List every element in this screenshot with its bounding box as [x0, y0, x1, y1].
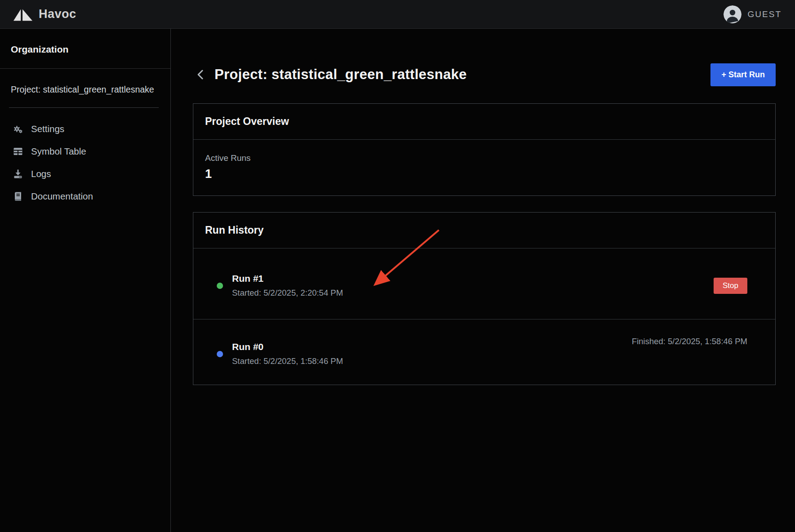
run-name: Run #1: [232, 273, 343, 284]
run-summary: Run #1 Started: 5/2/2025, 2:20:54 PM: [217, 273, 343, 298]
back-button[interactable]: [193, 68, 208, 81]
run-status-dot: [217, 351, 223, 357]
active-runs-value: 1: [205, 167, 764, 181]
main-content: Project: statistical_green_rattlesnake +…: [171, 29, 795, 532]
start-run-button[interactable]: + Start Run: [710, 63, 776, 86]
table-icon: [13, 146, 23, 157]
overview-heading: Project Overview: [205, 115, 764, 128]
brand-name: Havoc: [39, 7, 76, 21]
history-card-header: Run History: [193, 213, 775, 248]
sidebar-org-block[interactable]: Organization: [0, 29, 170, 69]
brand: Havoc: [13, 7, 76, 21]
user-name: GUEST: [748, 9, 782, 19]
sidebar-item-label: Settings: [31, 124, 64, 134]
run-history-card: Run History Run #1 Started: 5/2/2025, 2:…: [193, 212, 776, 385]
havoc-logo-icon: [13, 8, 32, 21]
run-started: Started: 5/2/2025, 2:20:54 PM: [232, 288, 343, 298]
sidebar-divider: [9, 107, 159, 108]
overview-body: Active Runs 1: [193, 140, 775, 195]
run-text: Run #1 Started: 5/2/2025, 2:20:54 PM: [232, 273, 343, 298]
run-finished: Finished: 5/2/2025, 1:58:46 PM: [632, 337, 747, 346]
history-heading: Run History: [205, 224, 764, 236]
run-summary: Run #0 Started: 5/2/2025, 1:58:46 PM: [217, 341, 343, 366]
run-status-dot: [217, 283, 223, 289]
sidebar-item-label: Documentation: [31, 191, 93, 202]
sidebar-item-symbol-table[interactable]: Symbol Table: [0, 140, 170, 163]
stop-button[interactable]: Stop: [714, 278, 747, 294]
chevron-left-icon: [195, 68, 206, 81]
project-overview-card: Project Overview Active Runs 1: [193, 103, 776, 196]
download-icon: [13, 168, 23, 179]
avatar-icon: [724, 5, 741, 23]
sidebar-item-documentation[interactable]: Documentation: [0, 185, 170, 208]
sidebar-item-logs[interactable]: Logs: [0, 163, 170, 185]
user-menu[interactable]: GUEST: [724, 5, 782, 23]
run-text: Run #0 Started: 5/2/2025, 1:58:46 PM: [232, 341, 343, 366]
sidebar-nav: Settings Symbol Table: [0, 114, 170, 211]
run-started: Started: 5/2/2025, 1:58:46 PM: [232, 356, 343, 366]
overview-card-header: Project Overview: [193, 104, 775, 140]
sidebar: Organization Project: statistical_green_…: [0, 29, 171, 532]
top-navbar: Havoc GUEST: [0, 0, 795, 29]
run-row: Run #1 Started: 5/2/2025, 2:20:54 PM Sto…: [193, 248, 775, 319]
run-name: Run #0: [232, 341, 343, 352]
gear-icon: [13, 124, 23, 134]
run-row: Run #0 Started: 5/2/2025, 1:58:46 PM Fin…: [193, 319, 775, 385]
sidebar-project-block: Project: statistical_green_rattlesnake: [0, 69, 170, 107]
sidebar-project-label: Project: statistical_green_rattlesnake: [11, 83, 160, 96]
active-runs-label: Active Runs: [205, 153, 764, 163]
book-icon: [13, 191, 23, 202]
page-title: Project: statistical_green_rattlesnake: [214, 66, 467, 83]
org-label: Organization: [11, 44, 68, 54]
sidebar-item-label: Logs: [31, 168, 51, 179]
sidebar-item-label: Symbol Table: [31, 146, 86, 157]
page-header: Project: statistical_green_rattlesnake +…: [193, 62, 776, 87]
sidebar-item-settings[interactable]: Settings: [0, 118, 170, 140]
